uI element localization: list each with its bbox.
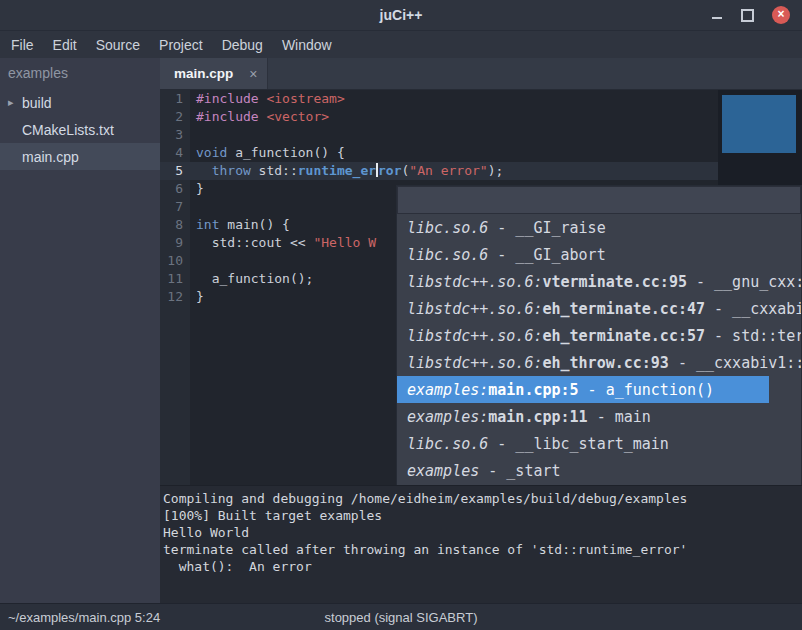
- backtrace-item-text: libstdc++.so.6:eh_terminate.cc:47 - __cx…: [407, 300, 801, 318]
- frame-symbol: - __cxxabiv1::__tern: [705, 300, 801, 318]
- menu-item-file[interactable]: File: [11, 37, 34, 53]
- code-token: <vector>: [266, 109, 329, 124]
- code-text: [190, 126, 196, 144]
- frame-symbol: - __GI_raise: [488, 219, 605, 237]
- menu-item-edit[interactable]: Edit: [53, 37, 77, 53]
- window-title: juCi++: [0, 7, 802, 23]
- backtrace-item-text: libstdc++.so.6:vterminate.cc:95 - __gnu_…: [407, 273, 801, 291]
- backtrace-item[interactable]: examples:main.cpp:5 - a_function(): [397, 376, 801, 403]
- frame-symbol: - _start: [479, 462, 560, 480]
- frame-symbol: - __cxxabiv1::__cxa_thro: [669, 354, 801, 372]
- code-text: int main() {: [190, 216, 290, 234]
- backtrace-item[interactable]: libc.so.6 - __GI_abort: [397, 241, 801, 268]
- code-token: #include: [196, 91, 266, 106]
- code-token: #include: [196, 109, 266, 124]
- menu-item-debug[interactable]: Debug: [222, 37, 263, 53]
- frame-location: eh_terminate.cc:47: [542, 300, 705, 318]
- tab-main-cpp[interactable]: main.cpp×: [160, 58, 268, 89]
- code-line[interactable]: 5 throw std::runtime_error("An error");: [160, 162, 802, 180]
- backtrace-item[interactable]: libstdc++.so.6:eh_throw.cc:93 - __cxxabi…: [397, 349, 801, 376]
- restore-button[interactable]: [741, 9, 754, 22]
- line-number: 3: [160, 126, 190, 144]
- frame-module: libstdc++.so.6:: [407, 327, 542, 345]
- minimize-button[interactable]: [711, 9, 723, 21]
- frame-symbol: - main: [588, 408, 651, 426]
- code-token: void: [196, 145, 227, 160]
- output-terminal[interactable]: Compiling and debugging /home/eidheim/ex…: [160, 485, 802, 603]
- sidebar-item-cmakelists-txt[interactable]: CMakeLists.txt: [0, 116, 160, 143]
- code-token: a_function();: [196, 271, 313, 286]
- code-token: runtime_er: [298, 163, 376, 178]
- code-editor[interactable]: 1#include <iostream>2#include <vector>34…: [160, 90, 802, 485]
- frame-module: libc.so.6: [407, 435, 488, 453]
- code-token: throw: [212, 163, 251, 178]
- line-number: 1: [160, 90, 190, 108]
- backtrace-item-text: libstdc++.so.6:eh_terminate.cc:57 - std:…: [407, 327, 801, 345]
- editor-tooltip: [718, 90, 802, 185]
- code-line[interactable]: 2#include <vector>: [160, 108, 802, 126]
- status-debug-state: stopped (signal SIGABRT): [325, 610, 478, 625]
- terminal-line: Hello World: [163, 524, 802, 541]
- frame-location: eh_throw.cc:93: [542, 354, 668, 372]
- code-line[interactable]: 1#include <iostream>: [160, 90, 802, 108]
- line-number: 12: [160, 288, 190, 306]
- close-icon: ×: [777, 7, 784, 21]
- menu-item-project[interactable]: Project: [159, 37, 203, 53]
- frame-module: libstdc++.so.6:: [407, 354, 542, 372]
- backtrace-item-text: examples:main.cpp:11 - main: [407, 408, 651, 426]
- code-line[interactable]: 3: [160, 126, 802, 144]
- frame-symbol: - std::terminate(): [705, 327, 801, 345]
- frame-module: libstdc++.so.6:: [407, 300, 542, 318]
- code-token: [196, 163, 212, 178]
- tab-label: main.cpp: [174, 66, 233, 81]
- backtrace-item[interactable]: libstdc++.so.6:eh_terminate.cc:57 - std:…: [397, 322, 801, 349]
- line-number: 7: [160, 198, 190, 216]
- backtrace-item-text: examples:main.cpp:5 - a_function(): [407, 381, 714, 399]
- backtrace-list: libc.so.6 - __GI_raiselibc.so.6 - __GI_a…: [397, 214, 801, 485]
- chevron-right-icon[interactable]: ▸: [8, 96, 22, 109]
- statusbar: ~/examples/main.cpp 5:24 stopped (signal…: [0, 603, 802, 630]
- backtrace-item[interactable]: libstdc++.so.6:eh_terminate.cc:47 - __cx…: [397, 295, 801, 322]
- frame-location: eh_terminate.cc:57: [542, 327, 705, 345]
- line-number: 10: [160, 252, 190, 270]
- main-panel: main.cpp× 1#include <iostream>2#include …: [160, 58, 802, 603]
- frame-symbol: - __gnu_cxx::__verbos: [687, 273, 801, 291]
- backtrace-popup: libc.so.6 - __GI_raiselibc.so.6 - __GI_a…: [396, 185, 802, 485]
- close-button[interactable]: ×: [772, 6, 790, 24]
- frame-module: examples:: [407, 381, 488, 399]
- tree-item-label: CMakeLists.txt: [22, 122, 114, 138]
- code-token: std::cout <<: [196, 235, 313, 250]
- code-token: <iostream>: [266, 91, 344, 106]
- frame-module: libc.so.6: [407, 246, 488, 264]
- code-text: std::cout << "Hello W: [190, 234, 376, 252]
- titlebar: juCi++ ×: [0, 0, 802, 31]
- code-line[interactable]: 4void a_function() {: [160, 144, 802, 162]
- frame-location: main.cpp:5: [488, 381, 578, 399]
- backtrace-item[interactable]: libstdc++.so.6:vterminate.cc:95 - __gnu_…: [397, 268, 801, 295]
- sidebar-item-main-cpp[interactable]: main.cpp: [0, 143, 160, 170]
- frame-location: main.cpp:11: [488, 408, 587, 426]
- status-file-location: ~/examples/main.cpp 5:24: [8, 610, 160, 625]
- line-number: 2: [160, 108, 190, 126]
- code-token: std::: [251, 163, 298, 178]
- code-text: #include <iostream>: [190, 90, 345, 108]
- window-controls: ×: [711, 6, 802, 24]
- popup-search-input[interactable]: [397, 186, 801, 214]
- code-token: int: [196, 217, 219, 232]
- backtrace-item[interactable]: libc.so.6 - __GI_raise: [397, 214, 801, 241]
- line-number: 8: [160, 216, 190, 234]
- terminal-line: terminate called after throwing an insta…: [163, 541, 802, 558]
- backtrace-item[interactable]: libc.so.6 - __libc_start_main: [397, 430, 801, 457]
- terminal-line: what(): An error: [163, 558, 802, 575]
- backtrace-item-text: libc.so.6 - __GI_abort: [407, 246, 606, 264]
- sidebar-item-build[interactable]: ▸build: [0, 89, 160, 116]
- frame-module: examples:: [407, 408, 488, 426]
- file-tree: ▸buildCMakeLists.txtmain.cpp: [0, 89, 160, 170]
- menubar: FileEditSourceProjectDebugWindow: [0, 31, 802, 58]
- tab-close-button[interactable]: ×: [249, 66, 257, 82]
- line-number: 4: [160, 144, 190, 162]
- backtrace-item[interactable]: examples - _start: [397, 457, 801, 484]
- backtrace-item[interactable]: examples:main.cpp:11 - main: [397, 403, 801, 430]
- menu-item-source[interactable]: Source: [96, 37, 140, 53]
- menu-item-window[interactable]: Window: [282, 37, 332, 53]
